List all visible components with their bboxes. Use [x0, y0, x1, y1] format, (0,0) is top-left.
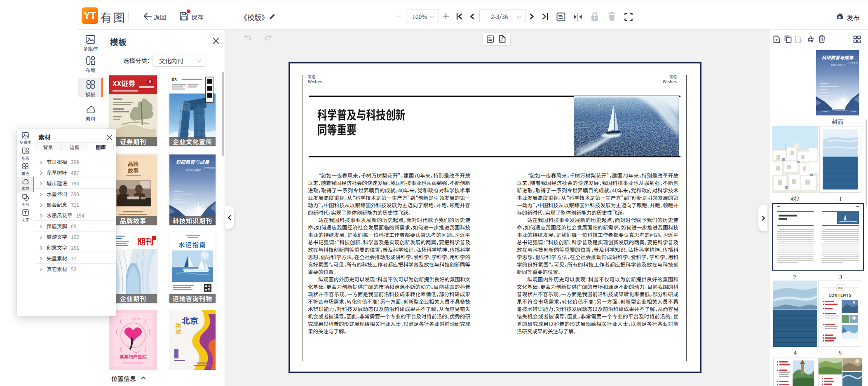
svg-text:HIGHLIGHT: HIGHLIGHT [185, 168, 201, 172]
svg-text:现货: 现货 [174, 323, 183, 335]
svg-text:CONTENTS: CONTENTS [828, 292, 851, 298]
svg-text:科研教育与成果: 科研教育与成果 [176, 159, 210, 165]
svg-text:某某妇产医院: 某某妇产医院 [120, 353, 147, 360]
svg-text:2019年第1期: 2019年第1期 [203, 166, 215, 169]
svg-text:HIGHLIGHT: HIGHLIGHT [831, 63, 845, 67]
svg-text:#: # [500, 36, 503, 42]
svg-text:科研教育与成果: 科研教育与成果 [822, 54, 854, 61]
svg-text:目录: 目录 [838, 286, 843, 290]
svg-text:2019年第1期: 2019年第1期 [847, 61, 858, 64]
svg-text:期刊: 期刊 [137, 235, 154, 247]
svg-text:北京: 北京 [182, 314, 198, 326]
svg-text:故事: 故事 [128, 166, 138, 174]
svg-text:XX证券: XX证券 [113, 78, 135, 88]
svg-text:水运指南: 水运指南 [178, 240, 206, 249]
svg-text:03: 03 [172, 76, 177, 82]
